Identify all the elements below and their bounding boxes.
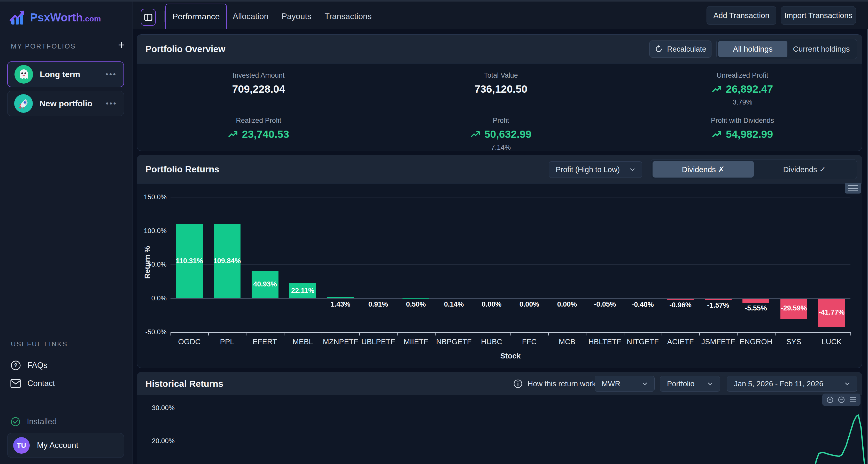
- chevron-down-icon: [642, 381, 648, 387]
- app-root: PsxWorth.com MY PORTFOLIOS + Long term •…: [0, 0, 868, 464]
- bar-EFERT[interactable]: [252, 271, 278, 298]
- brand-tld: .com: [83, 14, 101, 23]
- scope-value: Portfolio: [667, 379, 694, 388]
- refresh-icon: [655, 45, 663, 53]
- panel-title: Portfolio Returns: [146, 164, 219, 174]
- bar-LUCK[interactable]: [818, 299, 845, 327]
- stat-label: Total Value: [424, 71, 579, 79]
- dividends-off-segment[interactable]: Dividends ✗: [653, 161, 754, 177]
- svg-text:?: ?: [14, 362, 17, 368]
- bar-MEBL[interactable]: [289, 284, 316, 298]
- stat-value: 709,228.04: [181, 83, 336, 95]
- ghost-avatar-icon: [14, 65, 33, 84]
- stat-label: Profit: [424, 117, 579, 125]
- stat-label: Invested Amount: [181, 71, 336, 79]
- tab-payouts[interactable]: Payouts: [279, 4, 314, 29]
- page-scrollbar[interactable]: [867, 2, 868, 464]
- portfolio-menu-icon[interactable]: •••: [106, 99, 117, 108]
- sidebar: PsxWorth.com MY PORTFOLIOS + Long term •…: [0, 2, 132, 464]
- bar-ACIETF[interactable]: [667, 299, 694, 300]
- date-range-select[interactable]: Jan 5, 2026 - Feb 11, 2026: [727, 376, 857, 392]
- portfolio-item-long-term[interactable]: Long term •••: [7, 61, 124, 87]
- chevron-down-icon: [844, 381, 850, 387]
- scope-select[interactable]: Portfolio: [660, 376, 720, 392]
- stat-percent: 7.14%: [424, 143, 579, 152]
- installed-label: Installed: [27, 417, 57, 426]
- bar-MIIETF[interactable]: [402, 298, 429, 299]
- date-range-value: Jan 5, 2026 - Feb 11, 2026: [734, 379, 823, 388]
- envelope-icon: [10, 379, 21, 388]
- stat-invested-amount: Invested Amount709,228.04: [181, 71, 336, 95]
- bar-PPL[interactable]: [214, 224, 241, 298]
- bar-OGDC[interactable]: [176, 224, 203, 298]
- panel-title: Historical Returns: [146, 378, 223, 389]
- all-holdings-segment[interactable]: All holdings: [718, 41, 787, 57]
- trending-up-icon: [712, 86, 722, 93]
- trending-up-icon: [470, 131, 481, 138]
- menu-icon[interactable]: [849, 396, 857, 403]
- bar-SYS[interactable]: [780, 299, 807, 319]
- sort-select-value: Profit (High to Low): [556, 165, 620, 174]
- zoom-in-icon[interactable]: [826, 396, 834, 404]
- tab-allocation[interactable]: Allocation: [232, 4, 269, 29]
- info-circle-icon: [513, 379, 523, 389]
- stat-value: 54,982.99: [665, 128, 820, 140]
- bar-MZNPETF[interactable]: [327, 297, 354, 298]
- stat-total-value: Total Value736,120.50: [424, 71, 579, 95]
- bar-ENGROH[interactable]: [742, 299, 769, 303]
- trending-up-icon: [228, 131, 239, 138]
- dividends-segmented-control: Dividends ✗ Dividends ✓: [651, 159, 857, 179]
- add-transaction-button[interactable]: Add Transaction: [707, 6, 776, 25]
- recalculate-label: Recalculate: [667, 45, 706, 54]
- chevron-down-icon: [629, 167, 635, 172]
- stat-value: 23,740.53: [181, 128, 336, 140]
- avatar: TU: [13, 437, 30, 454]
- bar-NITGETF[interactable]: [629, 299, 656, 299]
- chevron-down-icon: [707, 381, 713, 387]
- stat-unrealized-profit: Unrealized Profit26,892.473.79%: [665, 71, 820, 106]
- sidebar-link-contact[interactable]: Contact: [10, 375, 121, 392]
- my-account-button[interactable]: TU My Account: [7, 433, 124, 458]
- import-transactions-button[interactable]: Import Transactions: [781, 6, 856, 25]
- installed-status: Installed: [10, 413, 121, 430]
- check-circle-icon: [10, 417, 21, 427]
- return-type-select[interactable]: MWR: [595, 376, 655, 392]
- panel-title: Portfolio Overview: [146, 44, 225, 54]
- stat-value: 50,632.99: [424, 128, 579, 140]
- stat-percent: 3.79%: [665, 98, 820, 106]
- sidebar-toggle-button[interactable]: [141, 9, 156, 26]
- dividends-on-segment[interactable]: Dividends ✓: [754, 161, 855, 177]
- bar-UBLPETF[interactable]: [365, 298, 392, 298]
- historical-returns-panel: Historical Returns How this return works…: [137, 372, 862, 464]
- hamburger-icon: [848, 185, 858, 186]
- my-portfolios-label: MY PORTFOLIOS: [11, 42, 76, 50]
- portfolio-returns-panel: Portfolio Returns Profit (High to Low) D…: [137, 155, 862, 368]
- stat-label: Unrealized Profit: [665, 71, 820, 79]
- zoom-out-icon[interactable]: [838, 396, 845, 404]
- sort-select[interactable]: Profit (High to Low): [549, 161, 642, 178]
- recalculate-button[interactable]: Recalculate: [649, 40, 711, 58]
- stat-value: 26,892.47: [665, 83, 820, 95]
- trending-up-icon: [712, 131, 722, 138]
- bar-JSMFETF[interactable]: [705, 299, 732, 300]
- tab-performance[interactable]: Performance: [165, 4, 227, 29]
- add-portfolio-button[interactable]: +: [114, 38, 129, 52]
- sidebar-link-faqs[interactable]: ? FAQs: [10, 357, 121, 374]
- brand-name: PsxWorth: [30, 11, 83, 24]
- portfolio-item-label: Long term: [40, 70, 99, 79]
- stat-value: 736,120.50: [424, 83, 579, 95]
- portfolio-menu-icon[interactable]: •••: [105, 70, 117, 79]
- holdings-segmented-control: All holdings Current holdings: [716, 39, 857, 59]
- logo-icon: [9, 9, 26, 26]
- stat-label: Realized Profit: [181, 117, 336, 125]
- line-chart-toolbar: [822, 394, 861, 406]
- how-return-works[interactable]: How this return works: [513, 378, 599, 390]
- tab-transactions[interactable]: Transactions: [323, 4, 373, 29]
- panel-left-icon: [144, 14, 152, 21]
- portfolio-item-new-portfolio[interactable]: New portfolio •••: [7, 91, 124, 116]
- stat-label: Profit with Dividends: [665, 117, 820, 125]
- brand-logo[interactable]: PsxWorth.com: [9, 7, 101, 28]
- chart-menu-button[interactable]: [845, 183, 861, 194]
- rocket-avatar-icon: [14, 94, 33, 113]
- current-holdings-segment[interactable]: Current holdings: [787, 41, 855, 57]
